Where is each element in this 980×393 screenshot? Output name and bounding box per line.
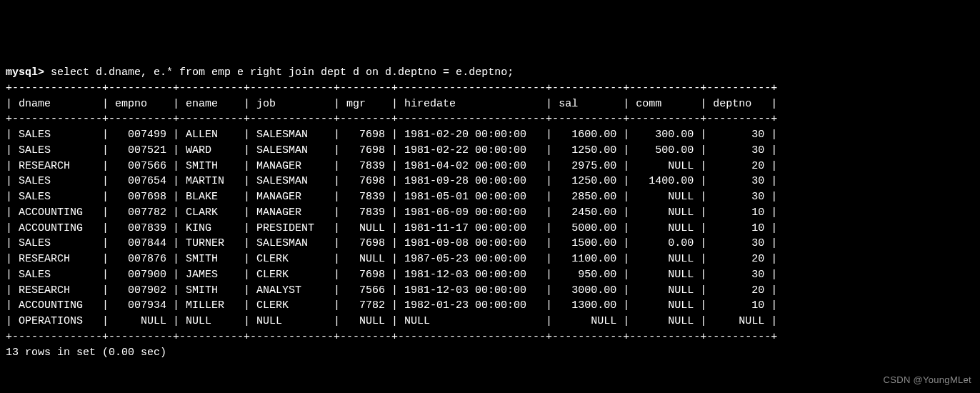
result-footer: 13 rows in set (0.00 sec): [6, 347, 166, 359]
sql-query: select d.dname, e.* from emp e right joi…: [51, 66, 514, 79]
mysql-prompt: mysql>: [6, 66, 44, 79]
result-table: +--------------+----------+----------+--…: [6, 82, 777, 343]
terminal-output: mysql> select d.dname, e.* from emp e ri…: [6, 65, 974, 360]
watermark: CSDN @YoungMLet: [884, 374, 971, 387]
